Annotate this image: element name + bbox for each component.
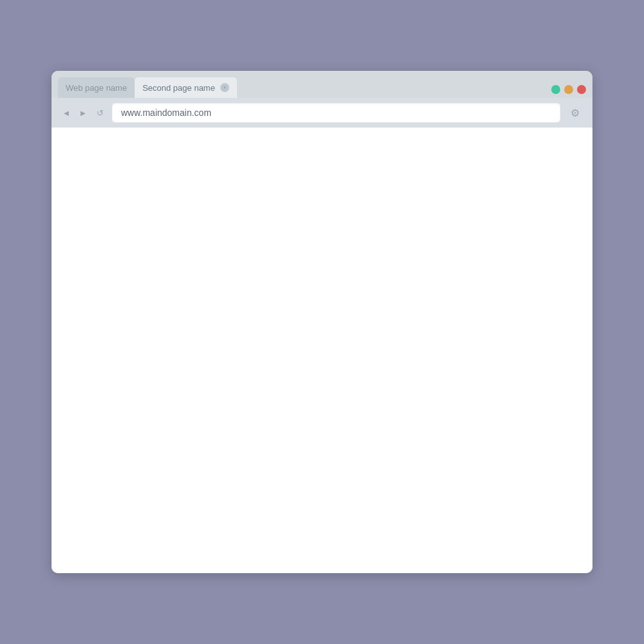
tab-1[interactable]: Web page name [58, 77, 135, 98]
minimize-button[interactable] [564, 85, 573, 94]
reload-button[interactable]: ↺ [93, 106, 107, 120]
settings-icon: ⚙ [571, 107, 580, 119]
back-icon: ◄ [62, 108, 71, 118]
address-bar[interactable] [112, 103, 560, 122]
maximize-button[interactable] [551, 85, 560, 94]
settings-button[interactable]: ⚙ [565, 103, 585, 122]
nav-controls: ◄ ► ↺ [59, 106, 107, 120]
forward-button[interactable]: ► [76, 106, 90, 120]
close-button[interactable] [577, 85, 586, 94]
forward-icon: ► [79, 108, 88, 118]
tab-2-close-button[interactable]: × [220, 83, 229, 92]
tab-bar: Web page name Second page name × [52, 71, 592, 98]
window-controls [551, 85, 586, 98]
back-button[interactable]: ◄ [59, 106, 73, 120]
toolbar: ◄ ► ↺ ⚙ [52, 98, 592, 128]
tab-1-label: Web page name [66, 83, 127, 93]
browser-window: Web page name Second page name × ◄ ► ↺ [52, 71, 592, 573]
content-area [52, 128, 592, 573]
tab-2[interactable]: Second page name × [135, 77, 237, 98]
tab-2-label: Second page name [142, 83, 215, 93]
reload-icon: ↺ [97, 108, 104, 118]
